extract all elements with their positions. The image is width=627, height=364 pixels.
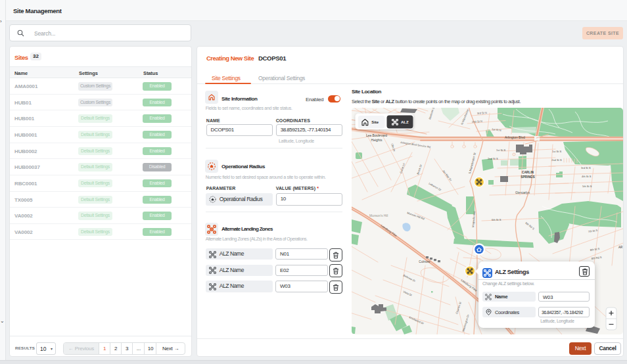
svg-text:Heights: Heights xyxy=(371,138,383,142)
svg-text:Glencarlyn: Glencarlyn xyxy=(515,191,530,194)
svg-text:ALZ: ALZ xyxy=(401,120,409,124)
svg-text:5th St S: 5th St S xyxy=(582,185,592,188)
svg-text:1st St S: 1st St S xyxy=(552,150,562,153)
svg-text:SPRINGS: SPRINGS xyxy=(521,175,535,179)
svg-text:Arlington Blvd: Arlington Blvd xyxy=(505,135,525,139)
svg-text:1st St S: 1st St S xyxy=(496,148,506,152)
svg-text:2nd St S: 2nd St S xyxy=(488,157,498,160)
svg-text:Culmore: Culmore xyxy=(419,260,430,263)
svg-text:Munson's Hill: Munson's Hill xyxy=(369,214,388,217)
svg-text:2nd St S: 2nd St S xyxy=(551,158,562,162)
svg-text:CARLIN: CARLIN xyxy=(522,171,534,174)
svg-text:Site: Site xyxy=(371,120,379,124)
svg-text:3rd St N: 3rd St N xyxy=(477,111,487,115)
svg-text:AR: AR xyxy=(618,246,623,249)
svg-text:4th St S: 4th St S xyxy=(582,175,592,178)
svg-text:Lee Boulevard: Lee Boulevard xyxy=(366,133,387,137)
svg-text:6th St S: 6th St S xyxy=(492,218,501,221)
svg-text:3rd St S: 3rd St S xyxy=(581,166,591,170)
